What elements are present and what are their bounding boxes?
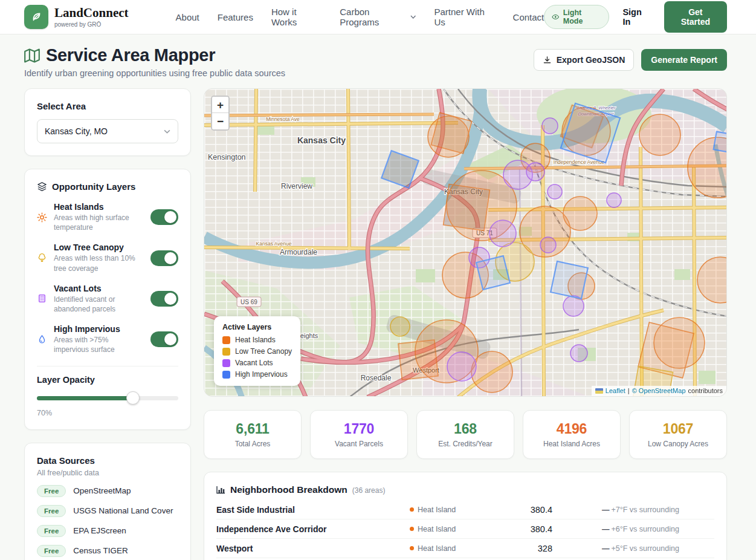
svg-text:Armourdale: Armourdale <box>280 248 317 256</box>
toggle-high-impervious[interactable] <box>150 331 178 347</box>
data-source-row: Free OpenStreetMap <box>37 485 178 497</box>
zoom-in-button[interactable]: + <box>212 97 228 113</box>
chevron-down-icon <box>164 129 170 134</box>
heat-island-dot <box>410 527 414 531</box>
svg-text:Kansas City: Kansas City <box>297 135 346 145</box>
page-subtitle: Identify urban greening opportunities us… <box>24 68 285 78</box>
data-sources-subtitle: All free/public data <box>37 469 178 477</box>
slider-thumb[interactable] <box>126 391 140 405</box>
get-started-button[interactable]: Get Started <box>664 1 727 33</box>
map-attribution: Leaflet | © OpenStreetMap contributors <box>592 386 726 396</box>
eye-icon <box>552 14 559 20</box>
select-area-title: Select Area <box>37 101 178 111</box>
stat-vacant-parcels: 1770 Vacant Parcels <box>310 410 408 459</box>
brand-tagline: powered by GRŌ <box>54 21 129 28</box>
breakdown-row[interactable]: East Side Industrial Heat Island 380.4 —… <box>216 500 714 519</box>
data-sources-title: Data Sources <box>37 455 178 466</box>
legend-swatch-vacant-lots <box>222 359 230 367</box>
building-icon <box>37 293 48 304</box>
heat-island-dot <box>410 546 414 550</box>
legend-item: High Impervious <box>222 370 292 379</box>
light-mode-toggle[interactable]: Light Mode <box>544 5 609 29</box>
legend-item: Low Tree Canopy <box>222 347 292 356</box>
export-geojson-button[interactable]: Export GeoJSON <box>534 49 635 71</box>
opacity-label: Layer Opacity <box>37 375 178 385</box>
leaf-logo-icon <box>24 5 48 29</box>
area-select-value: Kansas City, MO <box>45 126 108 136</box>
data-source-row: Free Census TIGER <box>37 545 178 557</box>
toggle-heat-islands[interactable] <box>150 209 178 225</box>
sign-in-link[interactable]: Sign In <box>622 7 650 27</box>
brand-logo[interactable]: LandConnect powered by GRŌ <box>24 5 129 29</box>
main-nav: About Features How it Works Carbon Progr… <box>176 7 544 27</box>
nav-partner-with-us[interactable]: Partner With Us <box>434 7 494 27</box>
sun-icon <box>37 212 48 223</box>
svg-text:Rosedale: Rosedale <box>361 374 392 382</box>
stats-row: 6,611 Total Acres 1770 Vacant Parcels 16… <box>204 410 727 459</box>
tree-icon <box>37 253 48 263</box>
openstreetmap-link[interactable]: © OpenStreetMap <box>632 387 686 394</box>
data-sources-panel: Data Sources All free/public data Free O… <box>24 443 191 560</box>
select-area-panel: Select Area Kansas City, MO <box>24 88 191 156</box>
toggle-vacant-lots[interactable] <box>150 291 178 307</box>
nav-how-it-works[interactable]: How it Works <box>271 7 321 27</box>
breakdown-row[interactable]: Westport Heat Island 328 —+5°F vs surrou… <box>216 539 714 558</box>
ukraine-flag-icon <box>595 388 603 394</box>
slider-fill <box>37 396 133 400</box>
layer-row-low-tree-canopy: Low Tree Canopy Areas with less than 10%… <box>37 243 178 273</box>
free-badge: Free <box>37 505 66 517</box>
nav-about[interactable]: About <box>176 12 199 22</box>
dash-icon: — <box>602 506 610 514</box>
map-zoom-control: + − <box>211 96 230 131</box>
zoom-out-button[interactable]: − <box>212 113 228 129</box>
layer-opacity-slider[interactable] <box>37 391 178 405</box>
svg-text:Kensington: Kensington <box>208 153 246 161</box>
top-nav: LandConnect powered by GRŌ About Feature… <box>0 0 756 34</box>
chevron-down-icon <box>410 15 416 19</box>
data-source-row: Free EPA EJScreen <box>37 525 178 537</box>
legend-swatch-heat-islands <box>222 336 230 344</box>
stat-total-acres: 6,611 Total Acres <box>204 410 302 459</box>
legend-item: Vacant Lots <box>222 359 292 367</box>
light-mode-label: Light Mode <box>563 8 602 25</box>
opacity-value: 70% <box>37 409 178 417</box>
legend-item: Heat Islands <box>222 336 292 344</box>
nav-carbon-programs[interactable]: Carbon Programs <box>340 7 416 27</box>
svg-text:Riverview: Riverview <box>281 182 312 190</box>
toggle-low-tree-canopy[interactable] <box>150 250 178 266</box>
layers-panel-title: Opportunity Layers <box>52 181 135 192</box>
layer-row-vacant-lots: Vacant Lots Identified vacant or abandon… <box>37 284 178 314</box>
brand-name: LandConnect <box>54 6 129 20</box>
layer-row-high-impervious: High Impervious Areas with >75% impervio… <box>37 324 178 354</box>
svg-text:Minnesota Ave: Minnesota Ave <box>266 116 300 122</box>
leaflet-link[interactable]: Leaflet <box>606 387 625 394</box>
area-select[interactable]: Kansas City, MO <box>37 119 178 143</box>
map-icon <box>24 48 40 63</box>
stat-est-credits: 168 Est. Credits/Year <box>416 410 514 459</box>
generate-report-button[interactable]: Generate Report <box>641 49 727 71</box>
layer-row-heat-islands: Heat Islands Areas with high surface tem… <box>37 202 178 232</box>
breakdown-row[interactable]: Independence Ave Corridor Heat Island 38… <box>216 519 714 539</box>
sidebar: Select Area Kansas City, MO Opportunity … <box>24 88 191 560</box>
nav-features[interactable]: Features <box>218 12 253 22</box>
free-badge: Free <box>37 485 66 497</box>
divider <box>37 366 178 366</box>
breakdown-count: (36 areas) <box>352 486 386 495</box>
bar-chart-icon <box>216 486 225 494</box>
opportunity-layers-panel: Opportunity Layers Heat Islands Areas wi… <box>24 169 191 430</box>
droplet-icon <box>37 334 48 345</box>
svg-text:US 69: US 69 <box>241 299 257 305</box>
download-icon <box>543 56 552 65</box>
legend-swatch-low-tree-canopy <box>222 348 230 356</box>
free-badge: Free <box>37 545 66 557</box>
page-title: Service Area Mapper <box>46 45 215 65</box>
dash-icon: — <box>602 525 610 533</box>
heat-island-dot <box>410 507 414 512</box>
map-container[interactable]: Kansas City Kensington Riverview Kansas … <box>204 88 727 397</box>
breakdown-title: Neighborhood Breakdown <box>230 484 347 495</box>
page-header: Service Area Mapper Identify urban green… <box>0 34 756 78</box>
nav-contact[interactable]: Contact <box>513 12 544 22</box>
neighborhood-breakdown-panel: Neighborhood Breakdown (36 areas) East S… <box>204 472 727 560</box>
free-badge: Free <box>37 525 66 537</box>
data-source-row: Free USGS National Land Cover <box>37 505 178 517</box>
